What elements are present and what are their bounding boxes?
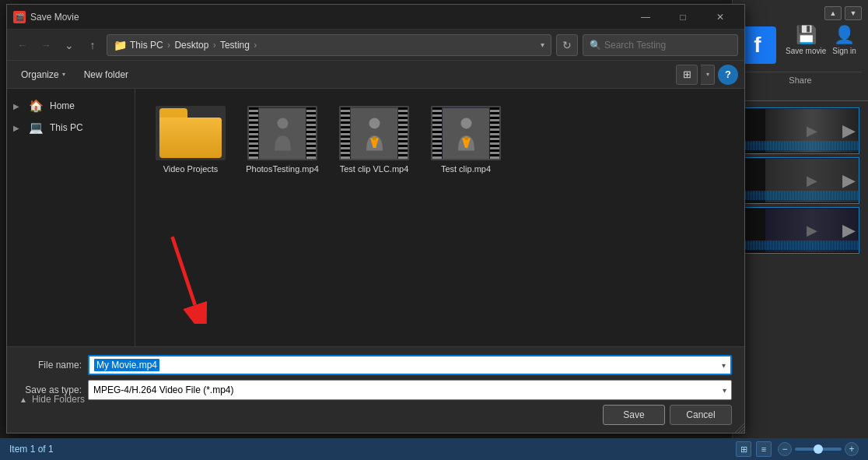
svg-point-1 [369,118,380,128]
breadcrumb-sep1: › [167,40,170,51]
search-box[interactable]: 🔍 [583,34,738,56]
svg-line-12 [738,427,744,433]
organize-button[interactable]: Organize ▾ [13,65,73,85]
file-label: Video Projects [163,163,219,174]
sidebar-item-thispc[interactable]: ▶ 💻 This PC [7,117,135,139]
help-icon: ? [725,68,731,80]
savetype-row: Save as type: MPEG-4/H.264 Video File (*… [19,380,732,400]
zoom-slider[interactable] [795,448,842,451]
up-button[interactable]: ↑ [83,36,102,54]
file-label: PhotosTesting.mp4 [246,163,319,174]
dialog-titlebar: 🎬 Save Movie — □ ✕ [7,5,744,30]
organize-arrow: ▾ [62,71,65,78]
back-button[interactable]: ← [13,36,32,54]
list-item[interactable]: Test clip.mp4 [423,101,509,179]
help-button[interactable]: ? [718,65,738,85]
bg-save-movie-icon: 💾 [796,25,817,45]
breadcrumb-thispc: This PC [130,40,163,51]
search-icon: 🔍 [590,40,601,51]
folder-icon: 📁 [114,39,127,51]
recent-locations-button[interactable]: ⌄ [60,36,79,54]
refresh-button[interactable]: ↻ [556,34,578,56]
bottom-form-area: File name: My Movie.mp4 ▾ Save as type: … [7,346,744,433]
home-icon: 🏠 [29,99,44,113]
thispc-expand-icon: ▶ [13,124,23,132]
folder-thumbnail [156,106,226,160]
view-button[interactable]: ⊞ [676,65,698,85]
form-actions: Save Cancel [19,405,732,425]
svg-point-0 [277,118,288,128]
close-button[interactable]: ✕ [702,5,738,30]
svg-point-4 [372,136,376,140]
bg-signin-icon: 👤 [834,25,855,45]
file-label: Test clip VLC.mp4 [340,163,409,174]
save-movie-dialog: 🎬 Save Movie — □ ✕ ← → ⌄ ↑ 📁 This PC › D… [6,4,745,434]
video-frame-1 [247,106,317,160]
status-text: Item 1 of 1 [9,444,54,455]
list-item[interactable]: Video Projects [148,101,233,179]
video-content-1 [259,108,306,159]
minimize-button[interactable]: — [628,5,663,30]
bg-waveform-2 [740,191,859,200]
sidebar: ▶ 🏠 Home ▶ 💻 This PC [7,89,135,346]
thispc-label: This PC [50,122,83,133]
list-item[interactable]: PhotosTesting.mp4 [240,101,325,179]
organize-label: Organize [21,69,59,80]
video-content-2 [351,108,397,159]
bg-nav-up: ▲ [824,6,842,20]
bg-toolbar: ▲ ▼ f 💾 Save movie 👤 Sign in [733,0,868,101]
filename-label: File name: [19,360,82,370]
dialog-title: Save Movie [30,12,628,23]
bg-save-movie-label: Save movie [786,47,826,55]
filename-input[interactable]: My Movie.mp4 ▾ [88,355,732,375]
dialog-icon: 🎬 [13,11,26,23]
bg-timeline-item-2: ▶ [739,157,859,204]
svg-point-8 [464,136,467,140]
view-icon: ⊞ [683,68,691,80]
address-dropdown-icon[interactable]: ▾ [541,40,544,49]
svg-point-5 [460,118,471,128]
bg-nav-buttons: ▲ ▼ [739,6,862,20]
hide-folders-toggle[interactable]: ▲ Hide Folders [19,394,85,405]
savetype-dropdown[interactable]: MPEG-4/H.264 Video File (*.mp4) ▾ [88,380,732,400]
zoom-control: − + [778,442,859,456]
bg-timeline-item-3: ▶ [739,207,859,254]
view-dropdown-button[interactable]: ▾ [701,65,715,85]
zoom-out-button[interactable]: − [778,442,792,456]
svg-line-13 [741,430,744,433]
thispc-icon: 💻 [29,121,44,135]
new-folder-button[interactable]: New folder [76,65,136,85]
savetype-value: MPEG-4/H.264 Video File (*.mp4) [93,385,234,395]
zoom-in-button[interactable]: + [845,442,859,456]
savetype-dropdown-icon: ▾ [723,386,726,395]
filename-dropdown-icon[interactable]: ▾ [722,361,726,370]
breadcrumb-sep3: › [254,40,257,51]
filename-row: File name: My Movie.mp4 ▾ [19,355,732,375]
titlebar-controls: — □ ✕ [628,5,738,30]
search-input[interactable] [604,40,731,51]
sidebar-item-home[interactable]: ▶ 🏠 Home [7,95,135,117]
bg-nav-down: ▼ [845,6,862,20]
video-frame-3 [431,106,501,160]
save-button[interactable]: Save [603,405,665,425]
folder-shape [159,108,222,158]
hide-folders-arrow: ▲ [19,395,27,404]
video-thumbnail-3 [431,106,501,160]
list-item[interactable]: Test clip VLC.mp4 [331,101,417,179]
forward-button[interactable]: → [37,36,55,54]
main-area: ▶ 🏠 Home ▶ 💻 This PC [7,89,744,346]
maximize-button[interactable]: □ [665,5,701,30]
address-box[interactable]: 📁 This PC › Desktop › Testing › ▾ [107,34,551,56]
resize-grip[interactable] [735,423,744,433]
footer-view-btn-1[interactable]: ⊞ [736,441,751,457]
video-content-3 [443,108,489,159]
footer-icons: ⊞ ≡ [736,441,772,457]
hide-folders-label: Hide Folders [32,394,85,405]
file-toolbar: Organize ▾ New folder ⊞ ▾ ? [7,61,744,89]
breadcrumb-desktop: Desktop [174,40,208,51]
video-thumbnail-2 [339,106,409,160]
breadcrumb: This PC › Desktop › Testing › [130,40,534,51]
address-bar-area: ← → ⌄ ↑ 📁 This PC › Desktop › Testing › … [7,30,744,61]
footer-view-btn-2[interactable]: ≡ [756,441,772,457]
cancel-button[interactable]: Cancel [670,405,732,425]
